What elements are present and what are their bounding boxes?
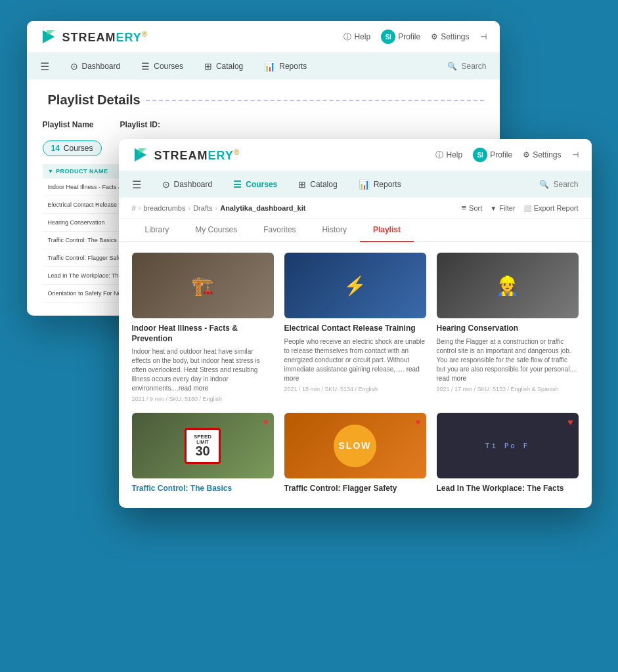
course-meta: 2021 / 18 min / SKU: 5134 / English	[284, 386, 426, 392]
front-screenshot: STREAMERY® ⓘ Help SI Profile ⚙ Settings …	[119, 139, 592, 508]
front-tabs-bar: Library My Courses Favorites History Pla…	[119, 219, 592, 242]
back-nav-reports[interactable]: 📊 Reports	[254, 53, 317, 79]
course-card[interactable]: Ti Po F ♥ Lead In The Workplace: The Fac…	[437, 413, 579, 497]
course-card[interactable]: SPEED LIMIT 30 ♥ Traffic Control: The Ba…	[132, 413, 274, 497]
course-card[interactable]: 👷 Hearing Conservation Being the Flagger…	[437, 253, 579, 402]
favorite-heart-icon: ♥	[263, 417, 268, 427]
course-thumbnail: Ti Po F ♥	[437, 413, 579, 478]
favorite-heart-icon: ♥	[567, 417, 573, 427]
course-title: Traffic Control: Flagger Safety	[284, 484, 426, 494]
front-hamburger-icon[interactable]: ☰	[132, 178, 141, 191]
back-nav-dashboard[interactable]: ⊙ Dashboard	[60, 53, 131, 79]
course-description: Indoor heat and outdoor heat have simila…	[132, 347, 274, 393]
read-more-link[interactable]: read more	[284, 366, 420, 382]
course-description: People who receive an electric shock are…	[284, 337, 426, 383]
course-meta: 2021 / 17 min / SKU: 5133 / English & Sp…	[437, 386, 579, 392]
front-logo-icon	[132, 146, 150, 164]
front-breadcrumb-actions: Sort Filter Export Report	[461, 203, 578, 213]
front-profile-btn[interactable]: SI Profile	[473, 148, 512, 162]
front-nav-catalog[interactable]: ⊞ Catalog	[288, 171, 347, 198]
back-help-btn[interactable]: ⓘ Help	[343, 32, 370, 43]
back-playlist-meta: Playlist Name Playlist ID:	[43, 118, 484, 130]
back-logout-btn[interactable]: ⊣	[480, 32, 487, 41]
tab-favorites[interactable]: Favorites	[250, 219, 309, 241]
favorite-heart-icon: ♥	[415, 417, 420, 427]
tab-library[interactable]: Library	[132, 219, 183, 241]
back-profile-avatar: SI	[381, 30, 395, 44]
back-settings-btn[interactable]: ⚙ Settings	[431, 32, 469, 41]
course-card[interactable]: SLOW ♥ Traffic Control: Flagger Safety	[284, 413, 426, 497]
back-playlist-name: Playlist Name	[43, 118, 94, 130]
course-thumbnail: SLOW ♥	[284, 413, 426, 478]
export-icon	[523, 204, 531, 212]
breadcrumb-drafts[interactable]: Drafts	[193, 204, 212, 212]
dashboard-icon: ⊙	[70, 61, 78, 72]
front-course-grid: 🏗️ Indoor Heat Illness - Facts & Prevent…	[119, 242, 592, 508]
back-header-actions: ⓘ Help SI Profile ⚙ Settings ⊣	[343, 30, 486, 44]
filter-button[interactable]: Filter	[490, 204, 515, 212]
course-title: Electrical Contact Release Training	[284, 324, 426, 334]
front-help-btn[interactable]: ⓘ Help	[435, 150, 462, 161]
front-logout-icon: ⊣	[572, 150, 579, 159]
front-search[interactable]: 🔍 Search	[539, 180, 578, 189]
front-breadcrumb-bar: # › breadcrumbs › Drafts › Analytika_das…	[119, 198, 592, 219]
course-card[interactable]: 🏗️ Indoor Heat Illness - Facts & Prevent…	[132, 253, 274, 402]
breadcrumb-current: Analytika_dashboard_kit	[220, 204, 305, 212]
logout-icon: ⊣	[480, 32, 487, 41]
course-title[interactable]: Traffic Control: The Basics	[132, 484, 274, 494]
read-more-link[interactable]: read more	[437, 375, 467, 382]
course-title: Indoor Heat Illness - Facts & Prevention	[132, 324, 274, 344]
front-nav-dashboard[interactable]: ⊙ Dashboard	[152, 171, 223, 198]
back-nav-catalog[interactable]: ⊞ Catalog	[194, 53, 254, 79]
tab-playlist[interactable]: Playlist	[360, 219, 414, 241]
front-app-header: STREAMERY® ⓘ Help SI Profile ⚙ Settings …	[119, 139, 592, 171]
front-logout-btn[interactable]: ⊣	[572, 150, 579, 159]
search-icon: 🔍	[447, 62, 457, 71]
hash-icon: #	[132, 204, 136, 212]
courses-icon: ☰	[141, 61, 150, 72]
back-nav-courses[interactable]: ☰ Courses	[131, 53, 194, 79]
breadcrumb-breadcrumbs[interactable]: breadcrumbs	[143, 204, 185, 212]
back-logo-icon	[40, 28, 58, 46]
front-header-actions: ⓘ Help SI Profile ⚙ Settings ⊣	[435, 148, 578, 162]
front-breadcrumb: # › breadcrumbs › Drafts › Analytika_das…	[132, 204, 306, 212]
tab-my-courses[interactable]: My Courses	[182, 219, 250, 241]
course-title: Lead In The Workplace: The Facts	[437, 484, 579, 494]
filter-icon	[490, 204, 497, 212]
course-thumbnail: 👷	[437, 253, 579, 318]
catalog-icon: ⊞	[204, 61, 212, 72]
front-settings-btn[interactable]: ⚙ Settings	[523, 150, 561, 159]
back-playlist-id: Playlist ID:	[120, 118, 160, 130]
sort-button[interactable]: Sort	[461, 203, 482, 213]
read-more-link[interactable]: read more	[179, 385, 209, 392]
settings-icon: ⚙	[431, 32, 438, 41]
course-thumbnail: SPEED LIMIT 30 ♥	[132, 413, 274, 478]
reports-icon: 📊	[264, 61, 275, 72]
course-card[interactable]: ⚡ Electrical Contact Release Training Pe…	[284, 253, 426, 402]
front-logo: STREAMERY®	[132, 146, 240, 164]
course-meta: 2021 / 9 min / SKU: 5160 / English	[132, 396, 274, 402]
front-reports-icon: 📊	[359, 179, 370, 190]
tab-history[interactable]: History	[309, 219, 360, 241]
back-logo-text: STREAMERY®	[62, 30, 148, 45]
dashed-line-right	[146, 100, 484, 101]
back-page-title-section: Playlist Details	[43, 93, 484, 108]
back-profile-btn[interactable]: SI Profile	[381, 30, 420, 44]
front-search-icon: 🔍	[539, 180, 549, 189]
export-report-button[interactable]: Export Report	[523, 204, 579, 212]
help-icon: ⓘ	[343, 32, 351, 43]
front-courses-icon: ☰	[233, 179, 242, 190]
front-nav-reports[interactable]: 📊 Reports	[348, 171, 412, 198]
back-hamburger-icon[interactable]: ☰	[40, 60, 49, 73]
front-help-icon: ⓘ	[435, 150, 443, 161]
front-catalog-icon: ⊞	[298, 179, 306, 190]
course-description: Being the Flagger at a construction or t…	[437, 337, 579, 383]
front-settings-icon: ⚙	[523, 150, 530, 159]
back-nav-bar: ☰ ⊙ Dashboard ☰ Courses ⊞ Catalog 📊 Repo…	[27, 53, 500, 79]
back-search[interactable]: 🔍 Search	[447, 62, 486, 71]
sort-icon	[461, 203, 466, 213]
back-app-header: STREAMERY® ⓘ Help SI Profile ⚙ Settings …	[27, 21, 500, 53]
screenshots-container: STREAMERY® ⓘ Help SI Profile ⚙ Settings …	[27, 21, 592, 651]
front-nav-bar: ☰ ⊙ Dashboard ☰ Courses ⊞ Catalog 📊 Repo…	[119, 171, 592, 198]
front-nav-courses[interactable]: ☰ Courses	[223, 171, 288, 198]
